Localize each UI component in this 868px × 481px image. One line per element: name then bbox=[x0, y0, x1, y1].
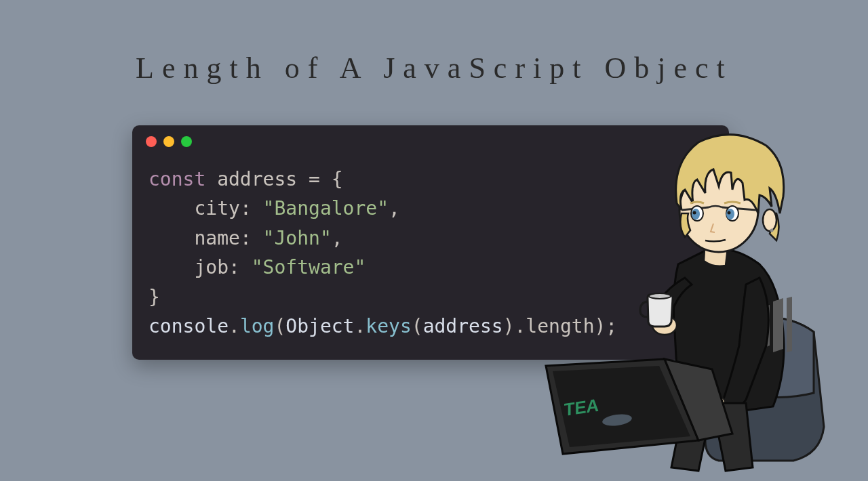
keys-method: keys bbox=[366, 315, 411, 337]
keyword-const: const bbox=[149, 168, 205, 190]
log-method: log bbox=[240, 315, 275, 337]
page-title: Length of A JavaScript Object bbox=[136, 51, 733, 85]
arg-address: address bbox=[423, 315, 503, 337]
close-icon bbox=[146, 136, 157, 147]
svg-point-5 bbox=[763, 209, 776, 231]
prop-city: city bbox=[194, 197, 239, 219]
minimize-icon bbox=[163, 136, 174, 147]
svg-point-6 bbox=[770, 229, 774, 232]
svg-point-11 bbox=[726, 209, 734, 219]
string-john: "John" bbox=[263, 227, 332, 249]
operator: = { bbox=[309, 168, 343, 190]
svg-point-12 bbox=[728, 211, 731, 215]
svg-point-8 bbox=[692, 209, 700, 219]
svg-point-1 bbox=[649, 293, 671, 299]
character-illustration: TEA bbox=[502, 102, 868, 481]
prop-job: job bbox=[194, 256, 229, 278]
maximize-icon bbox=[181, 136, 192, 147]
object-obj: Object bbox=[285, 315, 354, 337]
string-bangalore: "Bangalore" bbox=[263, 197, 389, 219]
identifier-address: address bbox=[217, 168, 297, 190]
prop-name: name bbox=[194, 227, 239, 249]
svg-point-9 bbox=[693, 211, 696, 215]
string-software: "Software" bbox=[252, 256, 366, 278]
brace-close: } bbox=[149, 286, 160, 308]
console-obj: console bbox=[149, 315, 229, 337]
